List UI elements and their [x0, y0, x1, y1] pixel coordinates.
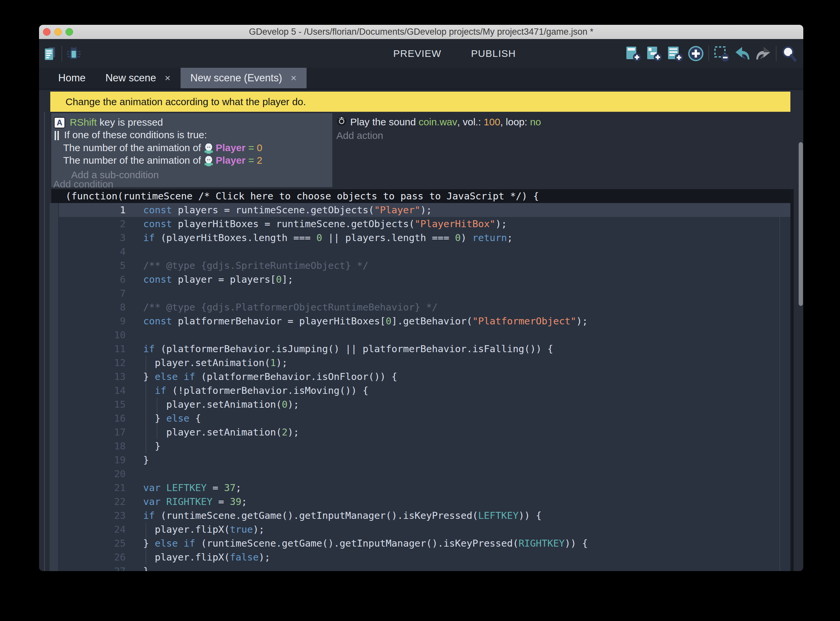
line-number: 19 — [59, 453, 126, 467]
add-condition-link[interactable]: Add condition — [53, 179, 114, 190]
line-number: 3 — [59, 231, 126, 245]
code-line-26: 26 player.flipX(false); — [59, 550, 790, 564]
code-line-1: 1const players = runtimeScene.getObjects… — [59, 203, 790, 217]
code-line-3: 3if (playerHitBoxes.length === 0 || play… — [59, 231, 790, 245]
tab-close-icon[interactable]: × — [165, 73, 171, 83]
toolbar-separator — [708, 46, 709, 61]
publish-button[interactable]: PUBLISH — [448, 45, 516, 62]
code-editor-right-edge — [790, 189, 794, 571]
code-line-4: 4 — [59, 245, 790, 259]
events-scrollbar[interactable] — [799, 142, 803, 306]
main-toolbar: PREVIEW PUBLISH — [39, 39, 803, 68]
minimize-window-button[interactable] — [54, 28, 62, 36]
code-line-14: 14 if (!platformerBehavior.isMoving()) { — [59, 383, 790, 397]
redo-icon[interactable] — [755, 45, 772, 62]
line-number: 8 — [59, 300, 126, 314]
code-line-5: 5/** @type {gdjs.SpriteRuntimeObject} */ — [59, 259, 790, 273]
traffic-lights — [43, 25, 73, 39]
line-number: 9 — [59, 314, 126, 328]
publish-globe-icon — [448, 45, 466, 62]
code-line-16: 16 } else { — [59, 411, 790, 425]
code-line-11: 11if (platformerBehavior.isJumping() || … — [59, 342, 790, 356]
debugger-icon[interactable] — [345, 45, 363, 62]
or-icon: || — [54, 129, 59, 141]
line-number: 26 — [59, 550, 126, 564]
add-comment-icon[interactable] — [667, 45, 683, 62]
line-number: 11 — [59, 342, 126, 356]
line-number: 7 — [59, 286, 126, 300]
event-comment[interactable]: Change the animation according to what t… — [50, 92, 790, 112]
tab-bar: HomeNew scene×New scene (Events)× — [39, 68, 803, 90]
gdevelop-window: GDevelop 5 - /Users/florian/Documents/GD… — [39, 25, 803, 571]
code-line-7: 7 — [59, 286, 790, 300]
event-indent-bar — [50, 203, 58, 571]
code-line-22: 22var RIGHTKEY = 39; — [59, 495, 790, 509]
code-editor[interactable]: 1const players = runtimeScene.getObjects… — [59, 203, 790, 571]
line-number: 20 — [59, 467, 126, 481]
code-line-2: 2const playerHitBoxes = runtimeScene.get… — [59, 217, 790, 231]
line-number: 24 — [59, 523, 126, 536]
tab-home[interactable]: Home — [48, 68, 95, 88]
line-number: 22 — [59, 495, 126, 509]
tab-new-scene-events-[interactable]: New scene (Events)× — [180, 68, 307, 88]
desktop: { "window_title": "GDevelop 5 - /Users/f… — [0, 0, 840, 621]
js-event-header[interactable]: (function(runtimeScene /* Click here to … — [51, 189, 790, 203]
line-number: 10 — [59, 328, 126, 342]
debugger-icon[interactable] — [66, 46, 81, 61]
code-line-6: 6const player = players[0]; — [59, 273, 790, 286]
line-number: 12 — [59, 356, 126, 370]
zoom-window-button[interactable] — [65, 28, 73, 36]
line-number: 2 — [59, 217, 126, 231]
undo-icon[interactable] — [734, 45, 751, 62]
line-number: 5 — [59, 259, 126, 273]
sound-icon — [336, 116, 347, 129]
line-number: 4 — [59, 245, 126, 259]
code-line-25: 25} else if (runtimeScene.getGame().getI… — [59, 536, 790, 550]
tab-close-icon[interactable]: × — [291, 73, 297, 83]
search-icon[interactable] — [781, 45, 797, 62]
add-action-link[interactable]: Add action — [336, 130, 383, 141]
line-number: 23 — [59, 509, 126, 523]
line-number: 25 — [59, 536, 126, 550]
code-line-20: 20 — [59, 467, 790, 481]
code-line-15: 15 player.setAnimation(0); — [59, 397, 790, 411]
line-number: 16 — [59, 411, 126, 425]
action-row-play-sound[interactable]: Play the sound coin.wav, vol.: 100, loop… — [336, 115, 541, 129]
code-line-12: 12 player.setAnimation(1); — [59, 356, 790, 370]
code-line-18: 18 } — [59, 439, 790, 453]
title-bar: GDevelop 5 - /Users/florian/Documents/GD… — [39, 25, 803, 39]
line-number: 18 — [59, 439, 126, 453]
code-line-21: 21var LEFTKEY = 37; — [59, 481, 790, 495]
code-line-19: 19} — [59, 453, 790, 467]
condition-row[interactable]: The number of the animation of Player = … — [59, 154, 262, 167]
line-number: 6 — [59, 273, 126, 286]
add-event-icon[interactable] — [625, 45, 642, 62]
event-tree-guide — [44, 112, 45, 571]
code-line-17: 17 player.setAnimation(2); — [59, 425, 790, 439]
tab-new-scene[interactable]: New scene× — [95, 68, 180, 88]
player-object-icon — [204, 144, 213, 154]
line-number: 27 — [59, 564, 126, 571]
add-circle-icon[interactable] — [687, 45, 704, 62]
player-object-icon — [204, 156, 213, 167]
toolbar-separator — [62, 46, 62, 61]
code-line-8: 8/** @type {gdjs.PlatformerObjectRuntime… — [59, 300, 790, 314]
code-line-9: 9const platformerBehavior = playerHitBox… — [59, 314, 790, 328]
add-subevent-icon[interactable] — [646, 45, 662, 62]
code-line-23: 23if (runtimeScene.getGame().getInputMan… — [59, 509, 790, 523]
close-window-button[interactable] — [43, 28, 51, 36]
delete-selection-icon[interactable] — [713, 45, 730, 62]
publish-label: PUBLISH — [471, 48, 516, 59]
condition-row[interactable]: The number of the animation of Player = … — [59, 141, 262, 154]
code-line-10: 10 — [59, 328, 790, 342]
code-line-24: 24 player.flipX(true); — [59, 523, 790, 536]
condition-row[interactable]: ||If one of these conditions is true: — [54, 129, 207, 141]
code-line-13: 13} else if (platformerBehavior.isOnFloo… — [59, 370, 790, 383]
line-number: 15 — [59, 397, 126, 411]
project-manager-icon[interactable] — [42, 46, 58, 61]
tab-label: New scene — [106, 72, 156, 84]
condition-row[interactable]: ARShift key is pressed — [54, 116, 163, 129]
toolbar-left-group — [42, 39, 81, 68]
toolbar-center-group: PREVIEW PUBLISH — [345, 39, 516, 68]
preview-button[interactable]: PREVIEW — [370, 44, 441, 63]
